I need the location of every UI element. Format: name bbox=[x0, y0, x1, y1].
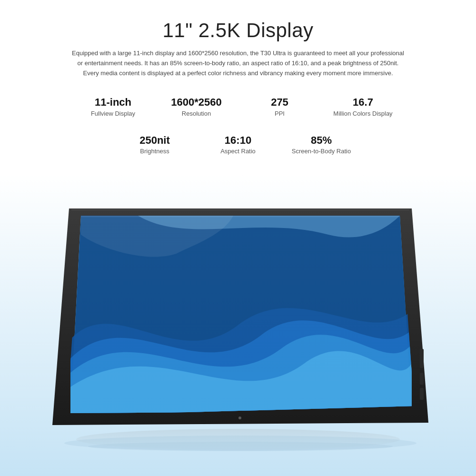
svg-rect-8 bbox=[420, 349, 424, 368]
svg-point-7 bbox=[238, 416, 241, 419]
svg-rect-10 bbox=[420, 388, 424, 400]
tablet-image bbox=[43, 194, 433, 466]
spec-label-1: Fullview Display bbox=[91, 110, 135, 117]
specs-row-1: 11-inch Fullview Display 1600*2560 Resol… bbox=[71, 91, 405, 121]
page-title: 11" 2.5K Display bbox=[162, 19, 313, 42]
spec-label-4: Million Colors Display bbox=[333, 110, 392, 117]
svg-point-14 bbox=[88, 442, 393, 451]
spec-value-r2-1: 250nit bbox=[139, 134, 170, 147]
spec-item-r2-3: 85% Screen-to-Body Ratio bbox=[280, 129, 363, 159]
spec-label-3: PPI bbox=[275, 110, 285, 117]
top-section: 11" 2.5K Display Equipped with a large 1… bbox=[0, 0, 476, 174]
spec-item-4: 16.7 Million Colors Display bbox=[321, 91, 405, 121]
spec-item-r2-2: 16:10 Aspect Ratio bbox=[197, 129, 280, 159]
page-description: Equipped with a large 11-inch display an… bbox=[71, 49, 405, 78]
svg-rect-9 bbox=[420, 373, 424, 385]
spec-value-2: 1600*2560 bbox=[171, 96, 221, 109]
spec-value-3: 275 bbox=[271, 96, 288, 109]
spec-label-r2-2: Aspect Ratio bbox=[220, 148, 256, 155]
spec-value-r2-3: 85% bbox=[311, 134, 332, 147]
spec-item-3: 275 PPI bbox=[238, 91, 321, 121]
spec-item-1: 11-inch Fullview Display bbox=[71, 91, 155, 121]
spec-label-2: Resolution bbox=[182, 110, 211, 117]
spec-item-2: 1600*2560 Resolution bbox=[155, 91, 238, 121]
svg-marker-12 bbox=[70, 216, 412, 413]
spec-label-r2-3: Screen-to-Body Ratio bbox=[292, 148, 351, 155]
spec-value-4: 16.7 bbox=[353, 96, 373, 109]
tablet-section bbox=[0, 174, 476, 476]
spec-label-r2-1: Brightness bbox=[140, 148, 169, 155]
specs-row-2: 250nit Brightness 16:10 Aspect Ratio 85%… bbox=[113, 129, 363, 159]
spec-value-r2-2: 16:10 bbox=[225, 134, 251, 147]
spec-item-r2-1: 250nit Brightness bbox=[113, 129, 197, 159]
spec-value-1: 11-inch bbox=[95, 96, 131, 109]
